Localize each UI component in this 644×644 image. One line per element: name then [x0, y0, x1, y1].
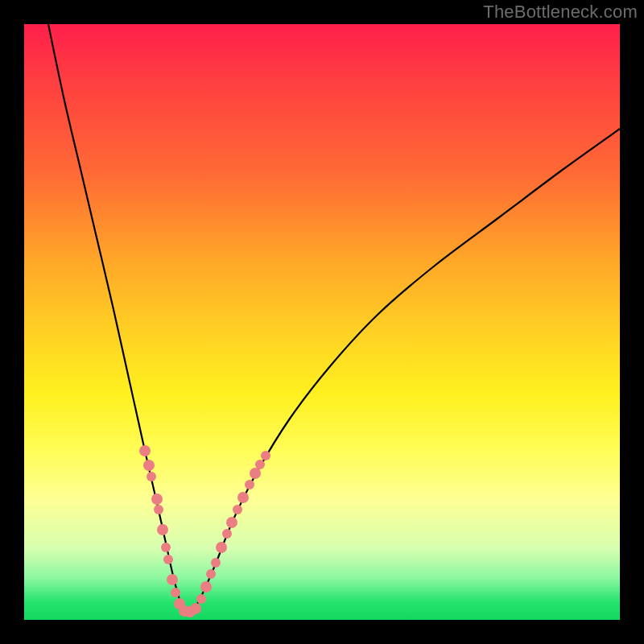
highlight-dot [237, 492, 249, 503]
highlight-dot [206, 569, 216, 579]
highlight-dot [196, 594, 206, 604]
chart-frame: TheBottleneck.com [0, 0, 644, 644]
highlight-dot [233, 505, 242, 514]
highlight-dot [226, 517, 237, 528]
highlight-dot [216, 542, 227, 553]
highlight-dot [255, 460, 265, 469]
highlight-dot [163, 555, 173, 564]
highlight-dot [222, 529, 232, 539]
highlight-dot [171, 588, 180, 597]
curve-line [48, 24, 620, 612]
highlight-dot [245, 480, 254, 489]
highlight-dot [211, 558, 221, 568]
highlight-dot [200, 581, 212, 592]
highlight-dot [261, 451, 270, 460]
highlight-dot [147, 472, 156, 481]
highlight-dot [154, 505, 163, 514]
highlight-dots [139, 445, 270, 617]
highlight-dot [143, 460, 155, 471]
highlight-dot [151, 493, 163, 505]
highlight-dot [157, 524, 168, 535]
plot-area [24, 24, 620, 620]
chart-svg [24, 24, 620, 620]
highlight-dot [167, 574, 178, 585]
highlight-dot [190, 603, 201, 614]
watermark-text: TheBottleneck.com [483, 2, 638, 23]
highlight-dot [250, 468, 261, 479]
bottleneck-curve [48, 24, 620, 612]
highlight-dot [161, 543, 171, 552]
highlight-dot [139, 445, 151, 456]
